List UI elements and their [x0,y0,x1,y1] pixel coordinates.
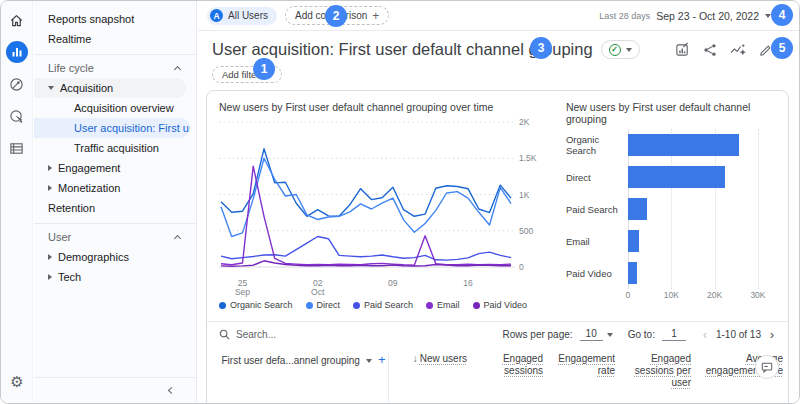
legend-item-paid-video[interactable]: Paid Video [473,300,527,310]
y-tick-label: 1.5K [519,153,537,163]
sidebar-item-retention[interactable]: Retention [34,198,196,218]
sidebar-item-tech[interactable]: Tech [34,267,196,287]
line-chart[interactable]: 05001K1.5K2K [219,117,515,277]
bar-email[interactable] [628,230,639,252]
legend-dot [306,302,313,309]
legend-item-direct[interactable]: Direct [306,300,341,310]
bar-chart-block: New users by First user default channel … [566,101,776,321]
customize-report-icon[interactable] [675,42,690,57]
report-card: New users by First user default channel … [206,90,789,404]
feedback-button[interactable] [755,355,779,379]
date-range-picker[interactable]: Last 28 days Sep 23 - Oct 20, 2022 [599,10,771,22]
dimension-header[interactable]: First user defa...annel grouping+ [219,353,389,399]
add-dimension-icon[interactable]: + [378,355,386,365]
pagination-controls: Rows per page: 10 Go to: 1 ‹ 1-10 of 13 … [503,328,776,342]
y-tick-label: 2K [519,117,529,127]
legend-label: Direct [317,300,341,310]
all-users-chip[interactable]: A All Users [207,7,277,25]
legend-label: Email [437,300,460,310]
bar-paid-search[interactable] [628,198,647,220]
report-main: A All Users Add comparison + Last 28 day… [198,1,799,403]
collapse-sidebar-icon[interactable] [168,387,175,394]
insights-icon[interactable] [730,43,746,57]
line-chart-block: New users by First user default channel … [219,101,540,321]
legend-dot [353,302,360,309]
sidebar-item-demographics[interactable]: Demographics [34,247,196,267]
column-header-engaged-sessions-per-user[interactable]: Engaged sessions per user [615,353,691,399]
table-totals-row: 64,16573,05762.17%0.982m 45s [207,399,788,404]
bar-x-tick-label: 10K [664,290,679,300]
chevron-collapsed-icon [48,274,52,280]
series-line-paid-search [221,237,511,261]
sidebar-item-label: Traffic acquisition [74,142,159,154]
legend-label: Organic Search [230,300,293,310]
dimension-header-label: First user defa...annel grouping [221,355,359,366]
report-status-badge[interactable]: ✓ [601,40,640,59]
library-icon[interactable] [6,137,28,159]
search-input[interactable]: Search... [219,329,276,340]
bar-x-tick-label: 20K [707,290,722,300]
legend-item-email[interactable]: Email [426,300,460,310]
column-header-engaged-sessions[interactable]: Engaged sessions [467,353,543,399]
sidebar-item-acquisition-overview[interactable]: Acquisition overview [34,98,196,118]
sidebar-item-label: Engagement [58,162,120,174]
all-users-label: All Users [228,10,268,21]
bar-organic-search[interactable] [628,134,739,156]
sidebar-item-reports-snapshot[interactable]: Reports snapshot [34,9,196,29]
y-tick-label: 0 [519,262,524,272]
prev-page-icon[interactable]: ‹ [701,328,709,342]
line-chart-xaxis: 25Sep02Oct0916 [219,277,515,295]
sidebar-item-user-acquisition-first-user[interactable]: User acquisition: First user ... [34,118,190,138]
sidebar-item-acquisition[interactable]: Acquisition [34,78,186,98]
bar-chart[interactable]: Organic SearchDirectPaid SearchEmailPaid… [566,129,776,289]
sidebar-item-realtime[interactable]: Realtime [34,29,196,49]
nav-section-life-cycle[interactable]: Life cycle [34,54,196,78]
goto-label: Go to: [628,329,655,340]
sidebar-item-label: Realtime [48,33,91,45]
column-header-new-users[interactable]: ↓ New users [389,353,467,399]
column-header-engagement-rate[interactable]: Engagement rate [543,353,615,399]
table-header-row: First user defa...annel grouping+↓ New u… [207,347,788,399]
bar-paid-video[interactable] [628,262,638,284]
bar-category-label: Email [566,236,628,247]
charts-row: New users by First user default channel … [207,91,788,321]
home-icon[interactable] [6,9,28,31]
nav-section-user[interactable]: User [34,223,196,247]
date-range-preset: Last 28 days [599,11,650,21]
reports-icon[interactable] [6,41,28,63]
column-header-label: Engagement rate [558,353,615,376]
legend-item-paid-search[interactable]: Paid Search [353,300,413,310]
chevron-up-icon [174,235,181,242]
next-page-icon[interactable]: › [768,328,776,342]
chevron-collapsed-icon [48,254,52,260]
rows-per-page-select[interactable]: 10 [580,328,613,341]
chevron-down-icon [607,333,613,337]
nav-section-label: Life cycle [48,62,94,74]
bar-chart-xaxis: 010K20K30K [566,289,776,303]
goto-page-input[interactable]: 1 [662,328,686,341]
sidebar-item-monetization[interactable]: Monetization [34,178,196,198]
bar-direct[interactable] [628,166,725,188]
share-icon[interactable] [703,43,717,57]
advertising-icon[interactable] [6,105,28,127]
legend-item-organic-search[interactable]: Organic Search [219,300,293,310]
sidebar-item-engagement[interactable]: Engagement [34,158,196,178]
legend-label: Paid Video [484,300,527,310]
settings-icon[interactable]: ⚙ [1,373,33,391]
sidebar-item-label: Reports snapshot [48,13,134,25]
bar-chart-title: New users by First user default channel … [566,101,776,125]
column-header-label: New users [420,353,467,364]
sidebar-item-traffic-acquisition[interactable]: Traffic acquisition [34,138,196,158]
chevron-down-icon [626,48,632,52]
chevron-collapsed-icon [48,165,52,171]
report-actions [675,42,773,57]
comparison-bar: A All Users Add comparison + Last 28 day… [198,1,799,31]
x-tick-label: 09 [388,279,397,288]
bar-category-label: Direct [566,172,628,183]
search-icon [219,329,230,340]
line-chart-svg [219,117,515,277]
column-header-label: Engaged sessions [503,353,543,376]
x-tick-label: 02Oct [311,279,324,297]
x-tick-label: 25Sep [235,279,250,297]
explore-icon[interactable] [6,73,28,95]
